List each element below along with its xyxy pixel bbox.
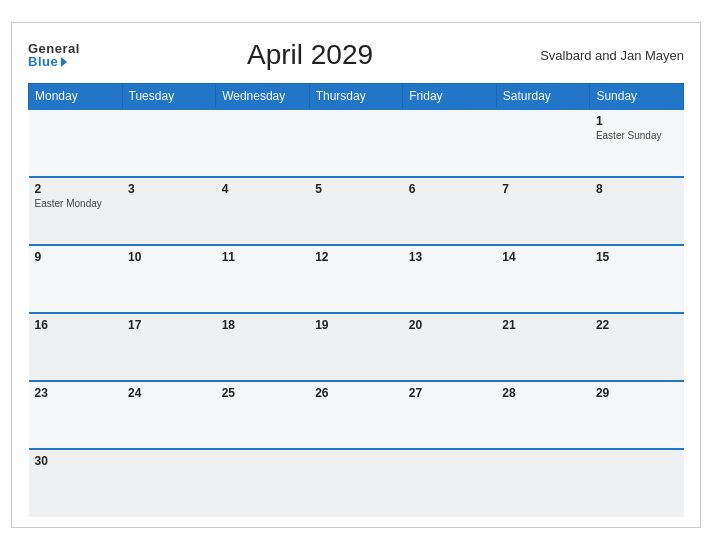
day-number: 10 xyxy=(128,250,210,264)
calendar-container: General Blue April 2029 Svalbard and Jan… xyxy=(11,22,701,528)
calendar-cell: 24 xyxy=(122,381,216,449)
calendar-cell: 5 xyxy=(309,177,403,245)
day-number: 24 xyxy=(128,386,210,400)
day-number: 17 xyxy=(128,318,210,332)
day-number: 20 xyxy=(409,318,491,332)
day-number: 19 xyxy=(315,318,397,332)
calendar-cell: 17 xyxy=(122,313,216,381)
logo-triangle-icon xyxy=(61,57,67,67)
day-number: 23 xyxy=(35,386,117,400)
day-number: 2 xyxy=(35,182,117,196)
calendar-cell: 11 xyxy=(216,245,310,313)
calendar-cell: 2Easter Monday xyxy=(29,177,123,245)
calendar-cell: 15 xyxy=(590,245,684,313)
weekday-header-row: MondayTuesdayWednesdayThursdayFridaySatu… xyxy=(29,84,684,110)
calendar-cell: 26 xyxy=(309,381,403,449)
day-number: 6 xyxy=(409,182,491,196)
day-number: 12 xyxy=(315,250,397,264)
calendar-cell: 19 xyxy=(309,313,403,381)
calendar-cell: 7 xyxy=(496,177,590,245)
calendar-cell xyxy=(122,109,216,177)
region-label: Svalbard and Jan Mayen xyxy=(540,48,684,63)
calendar-cell xyxy=(403,109,497,177)
day-number: 26 xyxy=(315,386,397,400)
day-number: 9 xyxy=(35,250,117,264)
day-number: 27 xyxy=(409,386,491,400)
calendar-cell: 21 xyxy=(496,313,590,381)
day-number: 18 xyxy=(222,318,304,332)
calendar-cell: 6 xyxy=(403,177,497,245)
logo: General Blue xyxy=(28,42,80,68)
calendar-header: General Blue April 2029 Svalbard and Jan… xyxy=(28,39,684,71)
calendar-cell: 10 xyxy=(122,245,216,313)
calendar-title: April 2029 xyxy=(80,39,540,71)
calendar-cell xyxy=(496,449,590,517)
day-number: 13 xyxy=(409,250,491,264)
weekday-header-saturday: Saturday xyxy=(496,84,590,110)
calendar-cell: 25 xyxy=(216,381,310,449)
calendar-cell: 18 xyxy=(216,313,310,381)
calendar-cell xyxy=(122,449,216,517)
logo-blue-text: Blue xyxy=(28,55,80,68)
calendar-cell xyxy=(309,449,403,517)
week-row-3: 9101112131415 xyxy=(29,245,684,313)
day-number: 15 xyxy=(596,250,678,264)
day-number: 8 xyxy=(596,182,678,196)
day-number: 3 xyxy=(128,182,210,196)
calendar-cell xyxy=(216,449,310,517)
day-number: 11 xyxy=(222,250,304,264)
calendar-cell: 27 xyxy=(403,381,497,449)
week-row-2: 2Easter Monday345678 xyxy=(29,177,684,245)
calendar-cell: 12 xyxy=(309,245,403,313)
weekday-header-tuesday: Tuesday xyxy=(122,84,216,110)
calendar-cell xyxy=(29,109,123,177)
calendar-cell xyxy=(496,109,590,177)
day-number: 28 xyxy=(502,386,584,400)
week-row-6: 30 xyxy=(29,449,684,517)
calendar-cell: 29 xyxy=(590,381,684,449)
day-number: 22 xyxy=(596,318,678,332)
weekday-header-monday: Monday xyxy=(29,84,123,110)
day-number: 1 xyxy=(596,114,678,128)
calendar-cell: 14 xyxy=(496,245,590,313)
calendar-cell: 20 xyxy=(403,313,497,381)
day-number: 5 xyxy=(315,182,397,196)
day-number: 25 xyxy=(222,386,304,400)
calendar-cell xyxy=(403,449,497,517)
calendar-cell: 16 xyxy=(29,313,123,381)
calendar-cell: 13 xyxy=(403,245,497,313)
weekday-header-thursday: Thursday xyxy=(309,84,403,110)
calendar-table: MondayTuesdayWednesdayThursdayFridaySatu… xyxy=(28,83,684,517)
day-number: 29 xyxy=(596,386,678,400)
calendar-cell: 1Easter Sunday xyxy=(590,109,684,177)
calendar-cell: 30 xyxy=(29,449,123,517)
day-event: Easter Monday xyxy=(35,198,117,209)
calendar-cell xyxy=(309,109,403,177)
week-row-1: 1Easter Sunday xyxy=(29,109,684,177)
calendar-cell: 3 xyxy=(122,177,216,245)
weekday-header-wednesday: Wednesday xyxy=(216,84,310,110)
calendar-cell: 28 xyxy=(496,381,590,449)
day-number: 4 xyxy=(222,182,304,196)
weekday-header-sunday: Sunday xyxy=(590,84,684,110)
day-number: 30 xyxy=(35,454,117,468)
calendar-cell: 9 xyxy=(29,245,123,313)
day-number: 16 xyxy=(35,318,117,332)
day-number: 21 xyxy=(502,318,584,332)
calendar-cell: 22 xyxy=(590,313,684,381)
calendar-cell: 4 xyxy=(216,177,310,245)
day-number: 14 xyxy=(502,250,584,264)
week-row-4: 16171819202122 xyxy=(29,313,684,381)
week-row-5: 23242526272829 xyxy=(29,381,684,449)
calendar-cell: 8 xyxy=(590,177,684,245)
day-number: 7 xyxy=(502,182,584,196)
calendar-cell: 23 xyxy=(29,381,123,449)
calendar-cell xyxy=(590,449,684,517)
day-event: Easter Sunday xyxy=(596,130,678,141)
calendar-cell xyxy=(216,109,310,177)
weekday-header-friday: Friday xyxy=(403,84,497,110)
